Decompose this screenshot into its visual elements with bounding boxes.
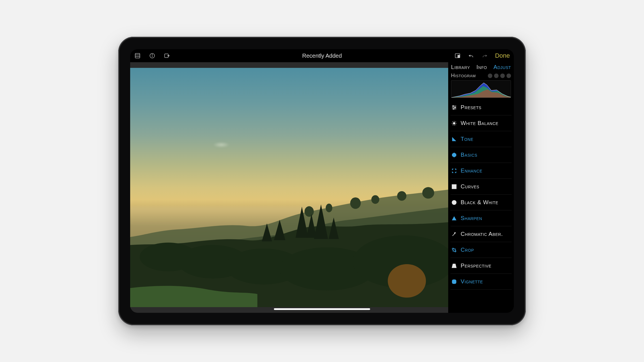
histogram-label: Histogram: [451, 73, 486, 79]
adjust-row-label: White Balance: [461, 120, 498, 126]
toolbar-left-group: [134, 52, 259, 59]
tone-icon: [451, 136, 457, 142]
wand-icon: [451, 231, 457, 237]
svg-marker-20: [262, 223, 272, 241]
histogram-chart: [451, 80, 511, 98]
histogram-header: Histogram: [450, 72, 512, 80]
adjust-row-basics[interactable]: Basics: [450, 147, 512, 163]
svg-marker-19: [274, 220, 285, 240]
svg-line-38: [452, 121, 453, 122]
crop-icon: [451, 247, 457, 253]
adjust-row-black-white[interactable]: Black & White: [450, 195, 512, 210]
library-grid-icon[interactable]: [134, 52, 141, 59]
adjust-row-label: Curves: [461, 183, 479, 190]
adjust-row-curves[interactable]: Curves: [450, 179, 512, 195]
adjust-row-presets[interactable]: Presets: [450, 100, 512, 115]
svg-marker-42: [452, 137, 456, 141]
svg-point-30: [453, 105, 454, 106]
toolbar-title: Recently Added: [259, 53, 385, 59]
adjust-row-label: Crop: [461, 247, 474, 253]
adjust-row-label: Vignette: [461, 278, 483, 285]
photo-preview: [130, 68, 448, 307]
hexagon-icon: [451, 152, 457, 158]
adjust-row-label: Enhance: [461, 167, 482, 174]
svg-point-5: [152, 54, 152, 55]
svg-line-39: [456, 124, 456, 125]
svg-point-33: [453, 122, 455, 124]
adjust-row-vignette[interactable]: Vignette: [450, 274, 512, 290]
editor-body: Library Info Adjust Histogram: [130, 62, 514, 313]
adjust-row-perspective[interactable]: Perspective: [450, 258, 512, 274]
adjust-row-crop[interactable]: Crop: [450, 242, 512, 258]
adjust-row-label: Presets: [461, 104, 482, 111]
halfcircle-icon: [451, 199, 457, 206]
svg-line-41: [456, 121, 456, 122]
adjust-row-enhance[interactable]: Enhance: [450, 163, 512, 179]
redo-icon[interactable]: [481, 52, 488, 59]
panel-tabs: Library Info Adjust: [450, 64, 512, 72]
adjust-row-label: Black & White: [461, 199, 498, 206]
app-screen: Recently Added Done: [130, 49, 514, 313]
perspective-icon: [451, 263, 457, 269]
svg-marker-17: [314, 204, 328, 239]
toolbar-right-group: Done: [385, 52, 510, 59]
histogram-dot[interactable]: [506, 74, 511, 78]
sliders-icon: [451, 104, 457, 111]
svg-point-14: [422, 187, 434, 199]
adjust-row-chromatic-aber[interactable]: Chromatic Aber.: [450, 226, 512, 242]
adjust-row-white-balance[interactable]: White Balance: [450, 115, 512, 131]
adjust-row-label: Basics: [461, 152, 477, 158]
compare-icon[interactable]: [454, 52, 461, 59]
svg-marker-43: [452, 153, 456, 157]
canvas-area[interactable]: [130, 62, 448, 313]
svg-rect-50: [452, 280, 456, 283]
svg-point-26: [388, 264, 426, 298]
tab-adjust[interactable]: Adjust: [493, 64, 511, 70]
roundsq-icon: [451, 279, 457, 285]
histogram-dot[interactable]: [500, 74, 505, 78]
svg-rect-8: [458, 55, 460, 58]
svg-rect-0: [135, 53, 140, 58]
svg-marker-15: [295, 207, 308, 238]
svg-point-32: [453, 108, 454, 109]
adjust-row-sharpen[interactable]: Sharpen: [450, 210, 512, 226]
info-icon[interactable]: [149, 52, 156, 59]
expand-icon: [451, 168, 457, 174]
triangle-icon: [451, 215, 457, 221]
sun-icon: [451, 120, 457, 126]
adjust-row-label: Chromatic Aber.: [461, 231, 503, 237]
top-toolbar: Recently Added Done: [130, 49, 514, 62]
adjust-panel: Library Info Adjust Histogram: [448, 62, 514, 313]
panel-rows: PresetsWhite BalanceToneBasicsEnhanceCur…: [450, 100, 512, 290]
tab-library[interactable]: Library: [451, 64, 470, 70]
svg-line-40: [452, 124, 453, 125]
svg-marker-47: [452, 264, 456, 268]
curves-icon: [451, 184, 457, 190]
adjust-row-label: Sharpen: [461, 215, 482, 221]
tablet-frame: Recently Added Done: [118, 37, 526, 325]
histogram-dot[interactable]: [488, 74, 492, 78]
done-button[interactable]: Done: [495, 52, 510, 59]
adjust-row-tone[interactable]: Tone: [450, 131, 512, 147]
export-icon[interactable]: [164, 52, 170, 59]
adjust-row-label: Perspective: [461, 262, 491, 269]
home-indicator[interactable]: [274, 308, 370, 310]
tab-info[interactable]: Info: [476, 64, 487, 70]
svg-marker-46: [452, 216, 456, 220]
svg-point-31: [455, 107, 456, 108]
histogram-dot[interactable]: [494, 74, 499, 78]
undo-icon[interactable]: [468, 52, 475, 59]
adjust-row-label: Tone: [461, 136, 473, 142]
